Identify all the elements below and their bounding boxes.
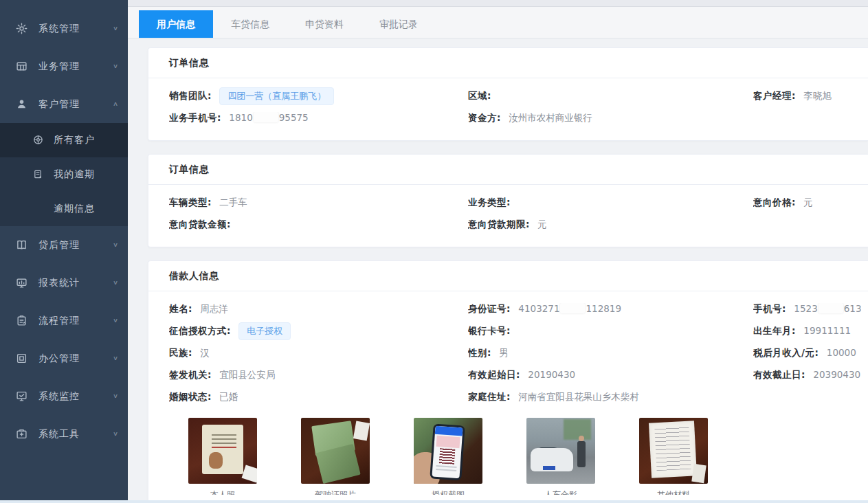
toolbox-icon [15,428,27,440]
issuing-authority-label: 签发机关: [169,369,212,380]
sidebar-item-system-tools[interactable]: 系统工具 ∨ [0,415,128,453]
name-label: 姓名: [169,303,192,314]
borrower-info-card: 借款人信息 姓名: 周志洋 身份证号: 4103271112819 手机号: 1… [148,260,868,503]
photo-item-id-card: 本人照 [188,418,257,495]
square-in-square-icon [15,353,27,365]
sidebar-item-label: 系统监控 [38,390,113,403]
bottom-scroll-strip[interactable] [0,500,868,503]
home-address-value: 河南省宜阳县花果山乡木柴村 [518,391,639,402]
business-phone-label: 业务手机号: [169,112,221,123]
card-title: 借款人信息 [148,261,868,291]
photo-item-handwritten-doc: 其他材料 [639,418,708,495]
intent-price-value: 元 [803,197,813,208]
photo-label: 其他材料 [639,489,708,495]
loan-term-value: 元 [537,219,547,230]
redaction-box [560,303,585,313]
photo-label: 授权截图 [414,489,482,495]
valid-from-value: 20190430 [528,369,575,380]
tab-approval-records[interactable]: 审批记录 [361,10,436,38]
sidebar-item-label: 系统管理 [38,23,113,35]
license-booklet-photo-thumbnail[interactable] [301,418,370,484]
user-icon [15,98,27,111]
sidebar-item-all-customers[interactable]: 所有客户 [0,123,128,157]
sidebar-item-system-mgmt[interactable]: 系统管理 ∨ [0,10,128,47]
chevron-down-icon: ∨ [113,25,118,32]
clipboard-icon [15,315,27,327]
redaction-box [819,303,843,313]
birth-date-value: 19911111 [803,325,851,336]
sidebar-item-label: 业务管理 [38,60,113,73]
marital-status-value: 已婚 [219,391,238,402]
bank-card-label: 银行卡号: [468,325,511,336]
vehicle-type-label: 车辆类型: [169,197,212,208]
income-value: 10000 [827,347,856,358]
sidebar-item-label: 我的逾期 [54,168,95,181]
book-icon [15,239,27,252]
sidebar-item-postloan-mgmt[interactable]: 贷后管理 ∨ [0,226,128,264]
sidebar-item-my-overdue[interactable]: 我的逾期 [0,157,128,192]
photo-item-license: 驾驶证照片 [301,418,370,495]
vehicle-type-value: 二手车 [219,197,247,208]
sidebar-item-label: 流程管理 [38,315,113,327]
sidebar-item-label: 系统工具 [38,428,113,440]
photo-item-auth-screenshot: 授权截图 [414,418,482,495]
wheel-icon [33,135,44,146]
income-label: 税后月收入/元: [753,347,819,358]
gear-icon [15,23,27,35]
marital-status-label: 婚姻状态: [169,391,212,402]
credit-auth-tag[interactable]: 电子授权 [238,322,291,340]
photo-label: 人车合影 [526,489,595,495]
chevron-down-icon: ∨ [113,317,118,324]
chevron-down-icon: ∨ [113,355,118,361]
photo-label: 驾驶证照片 [301,489,370,495]
mobile-label: 手机号: [753,303,786,314]
funder-value: 汝州市农村商业银行 [509,112,592,123]
loan-term-label: 意向贷款期限: [468,219,530,230]
id-number-label: 身份证号: [468,303,511,314]
order-info-card-1: 订单信息 销售团队: 四团一营（直属王鹏飞） 区域: 客户经理: 李晓旭 [148,47,868,141]
ethnicity-value: 汉 [200,347,210,358]
home-address-label: 家庭住址: [468,391,511,402]
redaction-box [254,112,278,122]
sidebar-item-label: 贷后管理 [38,239,113,252]
valid-to-value: 20390430 [813,369,860,380]
name-value: 周志洋 [200,303,228,314]
business-type-label: 业务类型: [468,197,511,208]
id-number-value: 4103271112819 [518,303,621,314]
person-car-photo-thumbnail[interactable] [526,418,595,484]
business-phone-value: 181095575 [229,112,308,123]
tab-car-loan-info[interactable]: 车贷信息 [213,10,287,38]
sidebar-item-label: 逾期信息 [54,203,95,215]
tab-loan-application-docs[interactable]: 申贷资料 [287,10,361,38]
customer-manager-label: 客户经理: [753,90,796,101]
region-label: 区域: [468,90,491,101]
valid-to-label: 有效截止日: [753,369,805,380]
photo-label: 本人照 [188,489,257,495]
sidebar-item-process-mgmt[interactable]: 流程管理 ∨ [0,302,128,339]
sidebar: 系统管理 ∨ 业务管理 ∨ 客户管理 ∧ 所有客户 我的逾期 逾期信息 [0,0,128,503]
sidebar-item-office-mgmt[interactable]: 办公管理 ∨ [0,339,128,377]
chevron-down-icon: ∨ [113,392,118,399]
id-card-photo-thumbnail[interactable] [188,418,257,484]
sidebar-item-report-stats[interactable]: 报表统计 ∨ [0,264,128,302]
customer-mgmt-submenu: 所有客户 我的逾期 逾期信息 [0,123,128,226]
notebook-icon [33,169,44,180]
phone-qr-photo-thumbnail[interactable] [414,418,482,484]
sales-team-tag[interactable]: 四团一营（直属王鹏飞） [219,87,334,105]
grid-icon [15,60,27,73]
sidebar-item-business-mgmt[interactable]: 业务管理 ∨ [0,47,128,85]
tab-user-info[interactable]: 用户信息 [139,10,213,38]
sidebar-item-overdue-info[interactable]: 逾期信息 [0,192,128,226]
sidebar-item-label: 客户管理 [38,98,113,111]
sidebar-item-system-monitor[interactable]: 系统监控 ∨ [0,377,128,415]
main-content: 用户信息 车贷信息 申贷资料 审批记录 订单信息 销售团队: 四团一营（直属王鹏… [128,0,868,503]
ethnicity-label: 民族: [169,347,192,358]
handwritten-document-photo-thumbnail[interactable] [639,418,708,484]
issuing-authority-value: 宜阳县公安局 [219,369,275,380]
sidebar-item-customer-mgmt[interactable]: 客户管理 ∧ [0,85,128,123]
intent-price-label: 意向价格: [753,197,796,208]
sidebar-item-label: 办公管理 [38,353,113,365]
order-info-card-2: 订单信息 车辆类型: 二手车 业务类型: 意向价格: 元 [148,154,868,247]
monitor-check-icon [15,390,27,403]
chevron-down-icon: ∨ [113,241,118,248]
